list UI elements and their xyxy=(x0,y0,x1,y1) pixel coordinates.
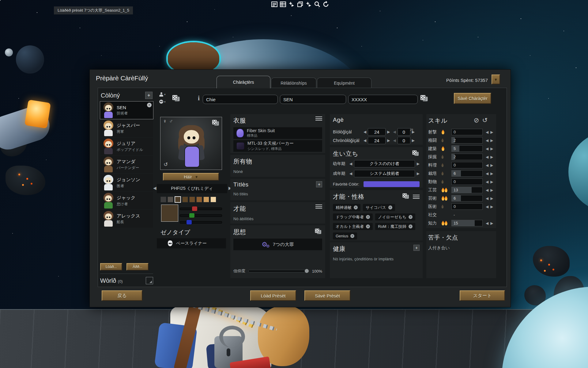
skill-decrement-arrow[interactable]: ◀ xyxy=(486,138,488,143)
colonist-item[interactable]: ジョンソン 医者 xyxy=(100,174,153,191)
save-character-button[interactable]: Sàvè Chàràçtèr xyxy=(454,93,491,104)
skill-increment-arrow[interactable]: ▶ xyxy=(490,196,493,201)
skill-increment-arrow[interactable]: ▶ xyxy=(490,188,493,192)
randomize-name-button[interactable] xyxy=(420,94,429,104)
certainty-slider[interactable] xyxy=(248,270,309,272)
copy-icon[interactable] xyxy=(296,1,304,8)
add-title-icon[interactable]: + xyxy=(316,181,322,187)
load-preset-button[interactable]: Lòàd Prèsèt xyxy=(250,290,296,301)
colonist-item[interactable]: ジャック 怠け者 xyxy=(100,192,153,209)
table-icon[interactable] xyxy=(279,1,287,8)
randomize-all-icon[interactable] xyxy=(305,1,312,8)
ideology-item[interactable]: ⚙⚙ 7つの大罪 xyxy=(233,239,322,250)
certainty-slider-handle[interactable] xyxy=(305,269,309,273)
xenotype-selector[interactable]: ベースライナー xyxy=(157,238,226,248)
remove-colonist-icon[interactable]: × xyxy=(147,103,152,107)
randomize-backstory-button[interactable] xyxy=(412,150,420,158)
trait-chip[interactable]: Genius× xyxy=(333,232,357,240)
increment-arrow[interactable]: ▶ xyxy=(387,138,390,143)
trait-chip[interactable]: サイコパス× xyxy=(363,204,395,211)
back-button[interactable]: 戻る xyxy=(102,290,142,301)
remove-trait-icon[interactable]: × xyxy=(366,215,370,219)
search-icon[interactable] xyxy=(314,1,321,8)
blue-slider[interactable] xyxy=(180,221,222,224)
traits-list-icon[interactable] xyxy=(413,195,420,199)
color-swatch[interactable] xyxy=(210,197,216,202)
skill-increment-arrow[interactable]: ▶ xyxy=(490,138,493,143)
skill-increment-arrow[interactable]: ▶ xyxy=(490,130,493,134)
red-slider[interactable] xyxy=(180,208,222,210)
skill-increment-arrow[interactable]: ▶ xyxy=(490,221,493,225)
skill-decrement-arrow[interactable]: ◀ xyxy=(486,163,488,167)
minimize-window-icon[interactable] xyxy=(146,277,153,284)
red-slider-handle[interactable] xyxy=(192,206,198,211)
randomize-icon[interactable] xyxy=(288,1,295,8)
log-icon[interactable] xyxy=(271,1,278,8)
color-swatch[interactable] xyxy=(189,197,195,202)
apparel-item[interactable]: Fiber Skin Suit 標準品 xyxy=(233,127,322,139)
colonist-item[interactable]: ジュリア ポップアイドル xyxy=(100,138,153,155)
color-swatch[interactable] xyxy=(160,197,166,202)
skill-decrement-arrow[interactable]: ◀ xyxy=(486,205,488,209)
skill-decrement-arrow[interactable]: ◀ xyxy=(486,171,488,176)
increment-arrow[interactable]: ▶ xyxy=(412,130,415,134)
trait-chip[interactable]: オカルト主義者× xyxy=(333,223,373,230)
trait-chip[interactable]: ドラッグ中毒者× xyxy=(333,213,373,220)
randomize-appearance-button[interactable] xyxy=(172,94,181,104)
skill-increment-arrow[interactable]: ▶ xyxy=(490,147,493,151)
remove-trait-icon[interactable]: × xyxy=(409,215,413,219)
female-icon[interactable]: ♀ xyxy=(163,118,167,125)
skill-decrement-arrow[interactable]: ◀ xyxy=(486,180,488,184)
blue-slider-handle[interactable] xyxy=(186,220,192,225)
apparel-item[interactable]: MTL-33 全天候パーカー シンスレッド, 標準品 xyxy=(233,140,322,152)
green-slider[interactable] xyxy=(180,214,222,217)
rotate-pawn-icon[interactable]: ↺ xyxy=(164,161,168,168)
save-preset-button[interactable]: Sàvè Prèsèt xyxy=(304,290,350,301)
next-backstory-arrow[interactable]: ▶ xyxy=(417,162,420,166)
body-type-selector[interactable]: ▾ xyxy=(159,92,166,97)
skill-increment-arrow[interactable]: ▶ xyxy=(490,171,493,176)
add-colonist-icon[interactable]: + xyxy=(145,92,153,99)
skill-decrement-arrow[interactable]: ◀ xyxy=(486,130,488,134)
trait-chip[interactable]: 精神過敏× xyxy=(333,204,360,211)
trait-chip[interactable]: RoM：魔工技師× xyxy=(375,223,415,230)
skill-decrement-arrow[interactable]: ◀ xyxy=(486,155,488,159)
first-name-input[interactable] xyxy=(203,95,278,104)
skill-increment-arrow[interactable]: ▶ xyxy=(490,180,493,184)
prev-backstory-arrow[interactable]: ◀ xyxy=(349,171,352,176)
remove-trait-icon[interactable]: × xyxy=(409,224,413,228)
male-icon[interactable]: ♂ xyxy=(169,118,173,125)
last-name-input[interactable] xyxy=(348,95,418,104)
tab-equipment[interactable]: Equìpmènt xyxy=(317,78,371,88)
next-backstory-arrow[interactable]: ▶ xyxy=(417,171,420,176)
skill-increment-arrow[interactable]: ▶ xyxy=(490,163,493,167)
favorite-color-bar[interactable] xyxy=(364,181,420,187)
remove-trait-icon[interactable]: × xyxy=(388,205,392,209)
decrement-arrow[interactable]: ◀ xyxy=(393,138,396,143)
colonist-item[interactable]: アレックス 船長 xyxy=(100,210,153,228)
colonist-item[interactable]: ジャスパー 将軍 xyxy=(100,120,153,137)
head-type-selector[interactable]: ▾ xyxy=(159,100,166,104)
tab-relationships[interactable]: Rèlàtìònshìps xyxy=(271,78,316,88)
reset-skills-icon[interactable]: ↺ xyxy=(482,117,488,124)
add-health-icon[interactable]: + xyxy=(413,245,420,251)
refresh-icon[interactable] xyxy=(322,1,330,8)
skill-decrement-arrow[interactable]: ◀ xyxy=(486,188,488,192)
increment-arrow[interactable]: ▶ xyxy=(387,130,390,134)
color-swatch[interactable] xyxy=(182,197,188,202)
decrement-arrow[interactable]: ◀ xyxy=(364,138,366,143)
prev-hair-arrow[interactable]: ◀ xyxy=(153,186,156,190)
remove-trait-icon[interactable]: × xyxy=(366,224,370,228)
skill-decrement-arrow[interactable]: ◀ xyxy=(486,196,488,201)
clear-skills-icon[interactable]: ⊘ xyxy=(474,117,479,124)
decrement-arrow[interactable]: ◀ xyxy=(393,130,396,134)
increment-arrow[interactable]: ▶ xyxy=(412,138,415,143)
nickname-input[interactable] xyxy=(280,95,346,104)
color-swatch[interactable] xyxy=(203,197,209,202)
colonist-item[interactable]: アマンダ バーテンダー xyxy=(100,156,153,173)
skill-decrement-arrow[interactable]: ◀ xyxy=(486,221,488,225)
skill-decrement-arrow[interactable]: ◀ xyxy=(486,147,488,151)
remove-trait-icon[interactable]: × xyxy=(354,205,358,209)
abilities-list-icon[interactable] xyxy=(315,205,322,209)
tab-characters[interactable]: Chàràçtèrs xyxy=(217,76,270,88)
